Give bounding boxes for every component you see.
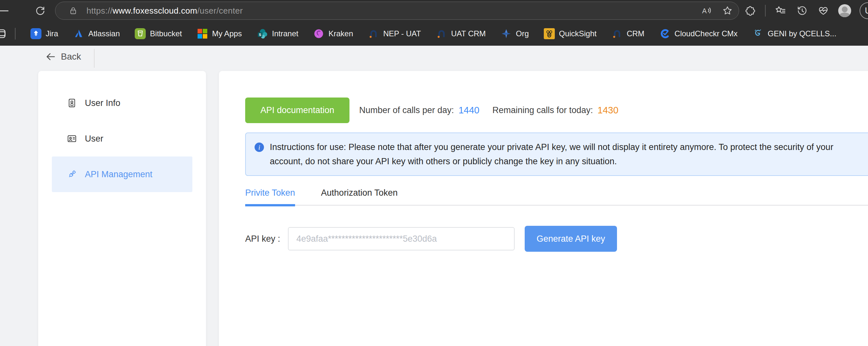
- star-icon: [722, 5, 733, 16]
- bookmark-cloudcheckr[interactable]: CloudCheckr CMx: [659, 28, 738, 39]
- avatar-head: [842, 6, 847, 12]
- history-clock-icon: [796, 5, 808, 17]
- atlassian-icon: [73, 28, 84, 39]
- bee-icon: [544, 28, 555, 39]
- avatar-body: [839, 13, 850, 17]
- id-card-icon: [67, 98, 77, 108]
- kraken-icon: [313, 28, 324, 39]
- info-icon: i: [254, 143, 264, 152]
- svg-text:S: S: [259, 33, 261, 37]
- url-text: https://www.foxesscloud.com/user/center: [87, 6, 243, 16]
- bookmark-quicksight[interactable]: QuickSight: [544, 28, 597, 39]
- tab-authorization-token[interactable]: Authorization Token: [321, 188, 398, 207]
- browser-essentials-button[interactable]: [817, 4, 830, 17]
- bookmark-crm[interactable]: CRM: [612, 28, 645, 39]
- bookmark-geni[interactable]: GENI by QCELLS...: [752, 28, 836, 39]
- profile-avatar[interactable]: [838, 4, 851, 17]
- bookmark-jira[interactable]: Jira: [30, 28, 58, 39]
- generate-api-key-button[interactable]: Generate API key: [525, 226, 617, 252]
- sharepoint-icon: S: [257, 28, 268, 39]
- api-management-panel: API documentation Number of calls per da…: [219, 71, 868, 346]
- calls-per-day-label: Number of calls per day:: [359, 105, 454, 115]
- navy-arc-orange-dot-icon: [368, 28, 379, 39]
- instructions-text: Instructions for use: Please note that a…: [270, 142, 833, 166]
- bookmark-org[interactable]: Org: [501, 28, 529, 39]
- bookmark-kraken[interactable]: Kraken: [313, 28, 353, 39]
- lock-icon: [68, 6, 78, 15]
- bookmark-atlassian[interactable]: Atlassian: [73, 28, 120, 39]
- history-button[interactable]: [796, 4, 808, 17]
- back-arrow-icon: [45, 52, 56, 62]
- bitbucket-icon: [135, 28, 146, 39]
- back-button[interactable]: Back: [45, 52, 81, 62]
- favorites-button[interactable]: [774, 4, 787, 17]
- sidebar-item-api-management[interactable]: API Management: [52, 156, 192, 192]
- svg-text:A: A: [702, 7, 707, 15]
- calls-per-day-value: 1440: [459, 105, 480, 116]
- bookmark-bitbucket[interactable]: Bitbucket: [135, 28, 182, 39]
- bookmark-nep-uat[interactable]: NEP - UAT: [368, 28, 421, 39]
- geni-scribble-icon: [752, 28, 764, 39]
- toolbar-divider: [765, 5, 766, 17]
- blue-check-c-icon: [659, 28, 671, 39]
- toolbar-right-icons: U: [744, 2, 868, 19]
- instructions-alert: i Instructions for use: Please note that…: [245, 132, 868, 176]
- api-key-label: API key :: [245, 234, 288, 244]
- api-key-row: API key : Generate API key: [245, 226, 868, 252]
- remaining-calls-label: Remaining calls for today:: [492, 105, 593, 115]
- api-key-input[interactable]: [288, 227, 515, 250]
- navy-arc-orange-dot-icon: [436, 28, 447, 39]
- token-tabs: Privite Token Authorization Token: [245, 176, 868, 207]
- read-aloud-button[interactable]: A: [701, 4, 713, 17]
- read-aloud-icon: A: [701, 5, 712, 16]
- tab-private-token[interactable]: Privite Token: [245, 188, 295, 207]
- address-bar[interactable]: https://www.foxesscloud.com/user/center …: [55, 2, 739, 20]
- sidebar-item-user-info[interactable]: User Info: [52, 85, 192, 121]
- favorites-list-icon: [775, 5, 786, 17]
- bookmark-uat-crm[interactable]: UAT CRM: [436, 28, 486, 39]
- partial-window-icon: [0, 28, 6, 39]
- page-content: Back User Info User API Management: [0, 46, 868, 346]
- sidebar-item-user[interactable]: User: [52, 121, 192, 156]
- bookmarks-divider: [15, 28, 16, 39]
- api-stats-row: API documentation Number of calls per da…: [245, 97, 868, 123]
- reload-button[interactable]: [34, 4, 46, 17]
- plug-icon: [67, 169, 77, 180]
- bookmark-my-apps[interactable]: My Apps: [197, 28, 242, 39]
- heart-pulse-icon: [817, 5, 829, 17]
- jira-icon: [30, 28, 41, 39]
- extensions-puzzle-icon: [744, 5, 756, 17]
- back-arrow-fragment-icon: [0, 10, 8, 11]
- contact-card-icon: [67, 133, 77, 144]
- reload-icon: [34, 5, 46, 17]
- profile-initial-button[interactable]: U: [860, 2, 868, 19]
- extensions-button[interactable]: [744, 4, 756, 17]
- header-divider: [94, 49, 95, 68]
- api-documentation-button[interactable]: API documentation: [245, 97, 349, 123]
- sidebar: User Info User API Management: [38, 71, 206, 346]
- bookmarks-bar: Jira Atlassian Bitbucket My Apps S Intra…: [0, 21, 868, 46]
- navy-arc-orange-dot-icon: [612, 28, 622, 39]
- microsoft-grid-icon: [197, 28, 208, 39]
- blue-star-icon: [501, 28, 512, 39]
- favorite-this-page-button[interactable]: [721, 4, 734, 17]
- remaining-calls-value: 1430: [597, 105, 619, 116]
- bookmark-intranet[interactable]: S Intranet: [257, 28, 298, 39]
- browser-toolbar: https://www.foxesscloud.com/user/center …: [0, 0, 868, 21]
